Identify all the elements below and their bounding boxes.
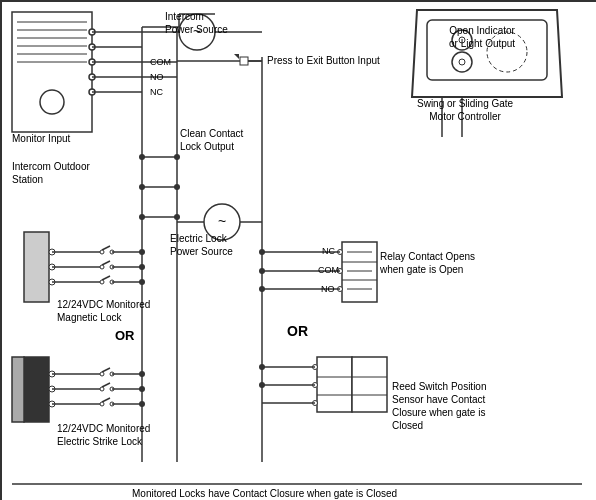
swing-gate-label: Swing or Sliding GateMotor Controller xyxy=(417,97,513,123)
svg-text:COM: COM xyxy=(150,57,171,67)
svg-point-89 xyxy=(459,59,465,65)
svg-rect-92 xyxy=(24,232,49,302)
svg-text:NC: NC xyxy=(150,87,163,97)
svg-text:NC: NC xyxy=(322,246,335,256)
svg-point-123 xyxy=(100,387,104,391)
svg-point-52 xyxy=(139,214,145,220)
relay-contact-label: Relay Contact Openswhen gate is Open xyxy=(380,250,475,276)
electric-lock-power-label: Electric LockPower Source xyxy=(170,232,233,258)
svg-point-49 xyxy=(174,214,180,220)
svg-point-135 xyxy=(139,386,145,392)
monitored-locks-note: Monitored Locks have Contact Closure whe… xyxy=(132,487,397,500)
svg-point-132 xyxy=(139,264,145,270)
wiring-diagram: ~ COM NO NC xyxy=(0,0,596,500)
svg-rect-72 xyxy=(352,357,387,412)
svg-point-81 xyxy=(259,364,265,370)
svg-point-70 xyxy=(259,286,265,292)
reed-switch-label: Reed Switch PositionSensor have ContactC… xyxy=(392,380,487,432)
svg-point-136 xyxy=(139,401,145,407)
electric-strike-label: 12/24VDC MonitoredElectric Strike Lock xyxy=(57,422,150,448)
svg-point-51 xyxy=(139,184,145,190)
intercom-outdoor-label: Intercom OutdoorStation xyxy=(12,160,90,186)
or2-label: OR xyxy=(115,328,135,345)
open-indicator-label: Open Indicatoror Light Output xyxy=(449,24,515,50)
svg-point-69 xyxy=(259,268,265,274)
or1-label: OR xyxy=(287,322,308,340)
svg-rect-53 xyxy=(342,242,377,302)
svg-point-126 xyxy=(100,402,104,406)
intercom-power-label: IntercomPower Source xyxy=(165,10,228,36)
svg-point-48 xyxy=(174,184,180,190)
svg-point-47 xyxy=(174,154,180,160)
magnetic-lock-label: 12/24VDC MonitoredMagnetic Lock xyxy=(57,298,150,324)
svg-rect-111 xyxy=(24,357,49,422)
svg-point-134 xyxy=(139,371,145,377)
svg-point-131 xyxy=(139,249,145,255)
svg-point-120 xyxy=(100,372,104,376)
svg-text:NO: NO xyxy=(321,284,335,294)
svg-rect-71 xyxy=(317,357,352,412)
svg-point-100 xyxy=(100,250,104,254)
svg-point-68 xyxy=(259,249,265,255)
svg-point-8 xyxy=(40,90,64,114)
svg-point-82 xyxy=(259,382,265,388)
svg-text:NO: NO xyxy=(150,72,164,82)
svg-point-106 xyxy=(100,280,104,284)
svg-point-103 xyxy=(100,265,104,269)
svg-rect-112 xyxy=(12,357,24,422)
monitor-input-label: Monitor Input xyxy=(12,132,70,145)
press-to-exit-label: Press to Exit Button Input xyxy=(267,54,380,67)
svg-text:~: ~ xyxy=(218,213,226,229)
svg-text:COM: COM xyxy=(318,265,339,275)
svg-rect-18 xyxy=(240,57,248,65)
svg-point-50 xyxy=(139,154,145,160)
svg-point-133 xyxy=(139,279,145,285)
clean-contact-label: Clean ContactLock Output xyxy=(180,127,243,153)
